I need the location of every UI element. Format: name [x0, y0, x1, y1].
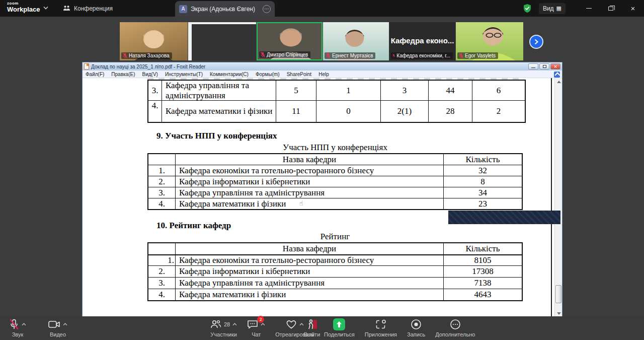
foxit-window-title: Доклад по науці за 2025_1 літо.pdf - Fox…	[91, 64, 526, 70]
participant-tile-natalia[interactable]: Наталя Захарова	[120, 22, 188, 60]
menu-tools[interactable]: Инструменты(T)	[165, 72, 203, 77]
row-num: 3.	[148, 81, 162, 100]
mic-muted-icon	[261, 52, 265, 57]
participant-name: Дмитро Спірінцев	[267, 52, 308, 57]
scrollbar-thumb[interactable]	[555, 285, 561, 303]
row-num: 2.	[148, 176, 175, 187]
participant-name-tag: Egor Vasylets	[457, 52, 498, 59]
header-name: Назва кафедри	[175, 243, 443, 254]
zoom-workplace-logo: zoom Workplace	[7, 2, 40, 13]
cell-value: 5	[276, 81, 316, 100]
tab-conference[interactable]: Конференция	[58, 0, 118, 17]
cell-value: 6	[472, 81, 525, 100]
section9-caption: Участь НПП у конференціях	[147, 143, 523, 153]
tab-screen-share[interactable]: A Экран (Адоньєв Євген) ⋯	[175, 1, 275, 17]
header-count: Кількість	[443, 243, 522, 254]
section9-heading: 9. Участь НПП у конференціях	[156, 131, 277, 141]
cell-value: 23	[443, 198, 522, 209]
chevron-down-icon[interactable]	[43, 6, 48, 10]
participant-name-tag: Дмитро Спірінцев	[259, 51, 310, 58]
table-row: 4. Кафедра математики і фізики 11 0 2(1)…	[148, 100, 525, 122]
pdf-page: 3. Кафедра управління та адміністрування…	[83, 78, 562, 317]
row-num: 4.	[148, 101, 162, 122]
cell-value: 4643	[443, 289, 522, 300]
row-num: 1.	[148, 165, 175, 176]
participant-name-tag: Ернест Муртазієв	[325, 52, 375, 59]
mic-muted-icon	[392, 53, 395, 58]
scrollbar-down-arrow[interactable]	[555, 310, 562, 317]
leave-button[interactable]: Выйти	[0, 318, 634, 337]
participant-name: Наталя Захарова	[129, 53, 170, 58]
participant-tile-ernest[interactable]: Ернест Муртазієв	[323, 22, 389, 60]
menu-comments[interactable]: Комментарии(C)	[210, 72, 249, 77]
menu-edit[interactable]: Правка(E)	[111, 72, 135, 77]
department-name: Кафедра інформатики і кібернетики	[175, 176, 443, 187]
row-num: 3.	[148, 278, 175, 289]
department-name: Кафедра економіки та готельно-ресторанно…	[175, 255, 443, 265]
foxit-restore-button[interactable]	[539, 63, 549, 70]
participant-tile-dmytro[interactable]: Дмитро Спірінцев	[257, 22, 323, 60]
cell-value: 7138	[443, 278, 522, 289]
table-row: 4. Кафедра математики і фізики 4643	[148, 289, 522, 300]
header-num	[148, 154, 175, 165]
window-close-button[interactable]: ×	[622, 0, 644, 17]
vertical-scrollbar[interactable]	[554, 78, 562, 317]
workplace-logo-text: Workplace	[7, 6, 40, 13]
department-name: Кафедра економіки та готельно-ресторанно…	[175, 165, 443, 176]
mic-muted-icon	[459, 53, 463, 58]
row-num: 1.	[148, 255, 175, 265]
scrollbar-up-arrow[interactable]	[555, 78, 562, 85]
view-button[interactable]: Вид ▦	[539, 3, 566, 14]
foxit-menu-bar: Файл(F) Правка(E) Вид(V) Инструменты(T) …	[83, 71, 562, 78]
participant-name: Кафедра економіки, г...	[396, 53, 450, 58]
department-name: Кафедра інформатики і кібернетики	[175, 266, 443, 277]
foxit-minimize-button[interactable]	[528, 63, 538, 70]
cell-value: 2(1)	[380, 101, 428, 122]
menu-forms[interactable]: Формы(m)	[256, 72, 280, 77]
foxit-close-button[interactable]: ×	[550, 63, 560, 70]
menu-sharepoint[interactable]: SharePoint	[287, 72, 311, 77]
participant-name-tag: Наталя Захарова	[121, 52, 172, 59]
cell-value: 34	[443, 187, 522, 198]
row-num: 4.	[148, 289, 175, 300]
table-row: 4. Кафедра математики і фізики☝ 23	[148, 198, 522, 209]
security-shield-icon[interactable]	[523, 4, 532, 13]
participant-display-text: Кафедра еконо...	[389, 36, 455, 45]
department-name: Кафедра математики і фізики☝	[175, 198, 443, 209]
menu-view[interactable]: Вид(V)	[142, 72, 157, 77]
pdf-document-icon	[84, 63, 89, 70]
hand-cursor-icon: ☝	[299, 200, 303, 208]
row-num: 3.	[148, 187, 175, 198]
section10-caption: Рейтинг	[147, 232, 523, 242]
view-grid-icon: ▦	[556, 5, 561, 12]
cell-value: 0	[316, 101, 380, 122]
table-departments-stats: 3. Кафедра управління та адміністрування…	[147, 80, 526, 123]
leave-meeting-icon	[306, 319, 318, 330]
table-row: 1. Кафедра економіки та готельно-рестора…	[148, 254, 522, 265]
tab-more-icon[interactable]: ⋯	[263, 5, 271, 13]
participant-tile-unnamed[interactable]	[188, 22, 256, 60]
cell-value: 32	[443, 165, 522, 176]
chevron-right-icon	[534, 39, 539, 45]
zoom-top-bar: zoom Workplace Конференция A Экран (Адон…	[0, 0, 644, 17]
view-label: Вид	[543, 5, 554, 12]
department-name: Кафедра управління та адміністрування	[162, 81, 276, 100]
menu-help[interactable]: Help	[318, 72, 329, 77]
window-restore-button[interactable]	[600, 0, 622, 17]
table-row: 3. Кафедра управління та адміністрування…	[148, 187, 522, 198]
table-row: 3. Кафедра управління та адміністрування…	[148, 81, 525, 100]
meeting-people-icon	[63, 5, 70, 12]
window-minimize-button[interactable]	[578, 0, 600, 17]
table-row: 1. Кафедра економіки та готельно-рестора…	[148, 165, 522, 176]
cell-value: 17308	[443, 266, 522, 277]
menu-file[interactable]: Файл(F)	[86, 72, 104, 77]
participant-tile-egor[interactable]: Egor Vasylets	[456, 22, 523, 60]
toolbar-collapse-icon[interactable]	[554, 72, 560, 78]
table-row: 2. Кафедра інформатики і кібернетики 173…	[148, 265, 522, 277]
zoom-bottom-toolbar: Звук Видео 28 Участники 2 Чат	[0, 316, 644, 340]
next-participants-button[interactable]	[529, 35, 543, 49]
mic-muted-icon	[123, 53, 127, 58]
participant-tile-kafedra[interactable]: Кафедра еконо... Кафедра економіки, г...	[389, 22, 455, 60]
row-num: 4.	[148, 198, 175, 209]
foxit-title-bar[interactable]: Доклад по науці за 2025_1 літо.pdf - Fox…	[83, 62, 562, 71]
